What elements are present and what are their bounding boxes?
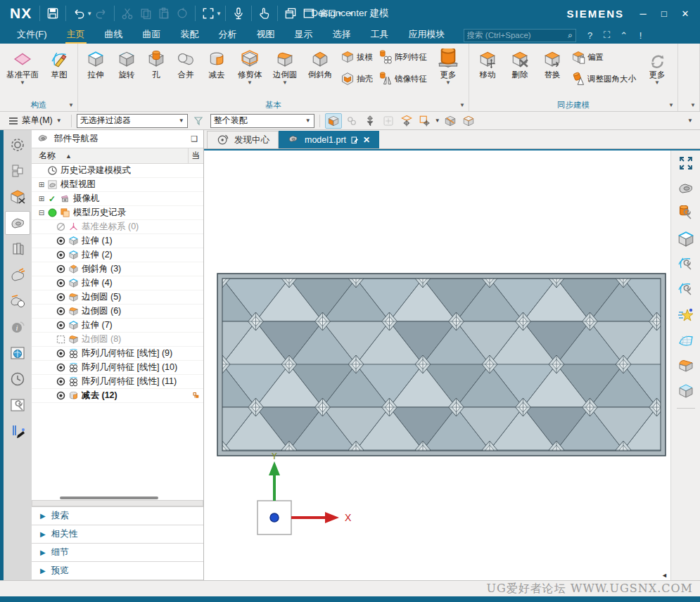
save-icon[interactable]	[44, 5, 62, 22]
undock-icon[interactable]: ❑	[191, 134, 198, 143]
tree-scrollbar-track[interactable]	[32, 500, 203, 506]
section-预览[interactable]: ▶预览	[32, 562, 203, 580]
同步建模-more-button[interactable]: 更多▼	[639, 45, 675, 99]
minimize-button[interactable]: ─	[634, 5, 652, 22]
visibility-eye-icon[interactable]	[54, 362, 67, 373]
edit-feature-icon[interactable]	[674, 203, 698, 225]
assembly-navigator-icon[interactable]	[5, 159, 30, 183]
edit-sketch-icon[interactable]	[674, 253, 698, 276]
visibility-eye-icon[interactable]	[54, 348, 67, 359]
extrude-shortcut-icon[interactable]	[674, 228, 698, 250]
visibility-eye-icon[interactable]	[54, 292, 67, 302]
旋转-button[interactable]: 旋转	[111, 45, 142, 99]
part-display-icon[interactable]	[674, 177, 698, 200]
tree-item[interactable]: 减去 (12)	[32, 389, 203, 403]
减去-button[interactable]: 减去	[201, 45, 232, 99]
visibility-eye-icon[interactable]	[54, 250, 67, 260]
tree-item[interactable]: 基准坐标系 (0)	[32, 220, 203, 234]
wireframe-body-icon[interactable]	[460, 113, 477, 129]
block-feature-icon[interactable]	[674, 354, 698, 377]
tree-scrollbar-thumb[interactable]	[60, 497, 158, 499]
tree-column-header[interactable]: 名称▲ 当	[32, 148, 203, 164]
tree-item[interactable]: ⊟模型历史记录	[32, 206, 203, 220]
graphics-viewport[interactable]: Y X ◄	[204, 149, 700, 580]
tree-item[interactable]: 历史记录建模模式	[32, 164, 203, 178]
visibility-eye-icon[interactable]	[54, 278, 67, 288]
region-select-icon[interactable]	[416, 113, 433, 129]
修剪体-button[interactable]: 修剪体▼	[232, 45, 267, 99]
scroll-left-icon[interactable]: ◄	[661, 572, 668, 579]
fit-view-icon-dropdown[interactable]: ▼	[216, 11, 222, 17]
替换-button[interactable]: 替换	[536, 45, 568, 99]
model-3d-plate[interactable]	[217, 273, 666, 456]
tree-item[interactable]: 拉伸 (7)	[32, 319, 203, 333]
highlight-face-icon[interactable]	[325, 113, 342, 129]
toolbar-options-icon[interactable]: ▼	[348, 11, 354, 17]
tree-item[interactable]: 阵列几何特征 [线性] (11)	[32, 375, 203, 389]
point-on-solid-icon[interactable]	[398, 113, 415, 129]
边倒圆-button[interactable]: 边倒圆▼	[267, 45, 303, 99]
tree-item[interactable]: ⊞✓摄像机	[32, 192, 203, 206]
抽壳-button[interactable]: 抽壳	[338, 71, 376, 87]
ribbon-tab-工具[interactable]: 工具	[361, 27, 399, 44]
window-menu[interactable]: 窗口	[319, 8, 337, 20]
section-细节[interactable]: ▶细节	[32, 544, 203, 562]
expand-icon[interactable]: ⊞	[37, 195, 46, 203]
toolbar-overflow-icon[interactable]: ▼	[687, 117, 696, 124]
ribbon-tab-分析[interactable]: 分析	[209, 27, 247, 44]
tree-item[interactable]: ⊞模型视图	[32, 178, 203, 192]
collapse-icon[interactable]: ⊟	[37, 209, 46, 217]
chevron-down-icon[interactable]: ▼	[337, 11, 343, 17]
合并-button[interactable]: 合并	[170, 45, 201, 99]
ribbon-tab-显示[interactable]: 显示	[285, 27, 323, 44]
history-icon[interactable]	[5, 367, 30, 391]
ribbon-tab-主页[interactable]: 主页	[57, 27, 95, 44]
touch-mode-icon[interactable]	[255, 5, 274, 22]
孔-button[interactable]: 孔	[142, 45, 170, 99]
visibility-off-icon[interactable]	[54, 222, 67, 232]
拔模-button[interactable]: 拔模	[338, 49, 376, 65]
tree-item[interactable]: 边倒圆 (5)	[32, 290, 203, 305]
measure-icon[interactable]	[5, 289, 30, 313]
search-icon[interactable]: ⌕	[568, 30, 573, 40]
edit-sketch2-icon[interactable]	[674, 278, 698, 301]
阵列特征-button[interactable]: 阵列特征	[376, 49, 430, 65]
ribbon-tab-装配[interactable]: 装配	[171, 27, 209, 44]
hd3d-tools-icon[interactable]	[5, 263, 30, 287]
visibility-eye-icon[interactable]	[54, 306, 67, 316]
tree-item[interactable]: 阵列几何特征 [线性] (10)	[32, 361, 203, 375]
镜像特征-button[interactable]: 镜像特征	[376, 71, 430, 87]
tree-item[interactable]: 拉伸 (1)	[32, 234, 203, 248]
visibility-eye-icon[interactable]	[54, 320, 67, 331]
maximize-button[interactable]: □	[655, 5, 673, 22]
part-navigator-icon[interactable]	[5, 211, 30, 235]
偏置-button[interactable]: 偏置	[568, 49, 639, 65]
undo-icon-dropdown[interactable]: ▼	[87, 11, 92, 17]
基准平面-button[interactable]: 基准平面▼	[2, 45, 43, 99]
web-browser-icon[interactable]	[5, 341, 30, 365]
ribbon-tab-文件(F)[interactable]: 文件(F)	[7, 27, 57, 44]
cascade-windows-icon[interactable]	[281, 5, 300, 22]
selection-scope-combo[interactable]: 整个装配▼	[210, 114, 314, 128]
visibility-eye-icon[interactable]	[54, 376, 67, 387]
group-dialog-icon[interactable]: ▼	[668, 102, 674, 108]
group-dialog-icon[interactable]: ▼	[690, 102, 696, 108]
移动-button[interactable]: 移动	[471, 45, 504, 99]
group-dialog-icon[interactable]: ▼	[68, 102, 74, 108]
section-相关性[interactable]: ▶相关性	[32, 525, 203, 544]
ribbon-tab-应用模块[interactable]: 应用模块	[399, 27, 455, 44]
ribbon-tab-视图[interactable]: 视图	[247, 27, 285, 44]
tree-item[interactable]: 边倒圆 (8)	[32, 333, 203, 347]
doc-tab-发现中心[interactable]: 发现中心	[207, 131, 279, 148]
调整圆角大小-button[interactable]: 调整圆角大小	[568, 71, 639, 87]
倒斜角-button[interactable]: 倒斜角	[303, 45, 338, 99]
suppressed-box-icon[interactable]	[54, 334, 67, 345]
草图-button[interactable]: 草图	[43, 45, 75, 99]
ribbon-tab-曲面[interactable]: 曲面	[133, 27, 171, 44]
search-input[interactable]	[467, 31, 568, 39]
拉伸-button[interactable]: 拉伸	[80, 45, 111, 99]
group-dialog-icon[interactable]: ▼	[459, 102, 465, 108]
quick-pick-icon[interactable]	[674, 304, 698, 326]
shaded-face-icon[interactable]	[442, 113, 459, 129]
doc-tab-model1.prt[interactable]: model1.prt✕	[279, 131, 379, 148]
